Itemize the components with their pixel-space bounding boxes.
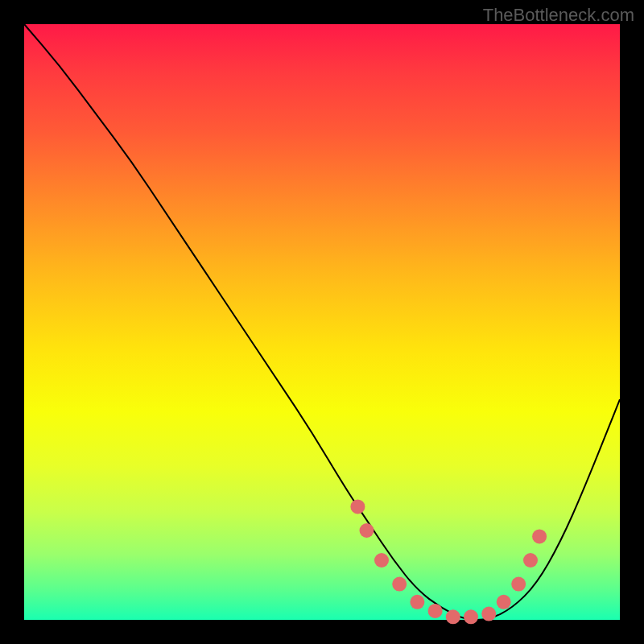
bottleneck-curve [24, 24, 620, 620]
curve-marker [392, 577, 407, 592]
chart-svg [24, 24, 620, 620]
curve-marker [360, 523, 374, 538]
curve-marker [497, 595, 511, 609]
curve-marker [523, 553, 538, 568]
curve-marker [464, 609, 478, 624]
curve-marker [532, 529, 547, 543]
marker-group [350, 499, 547, 624]
curve-marker [481, 607, 496, 621]
watermark-text: TheBottleneck.com [483, 5, 634, 26]
curve-marker [350, 499, 365, 514]
curve-marker [428, 604, 443, 618]
curve-marker [374, 553, 389, 568]
curve-marker [446, 609, 460, 624]
chart-plot-area [24, 24, 620, 620]
curve-marker [511, 577, 526, 592]
curve-marker [410, 595, 424, 609]
